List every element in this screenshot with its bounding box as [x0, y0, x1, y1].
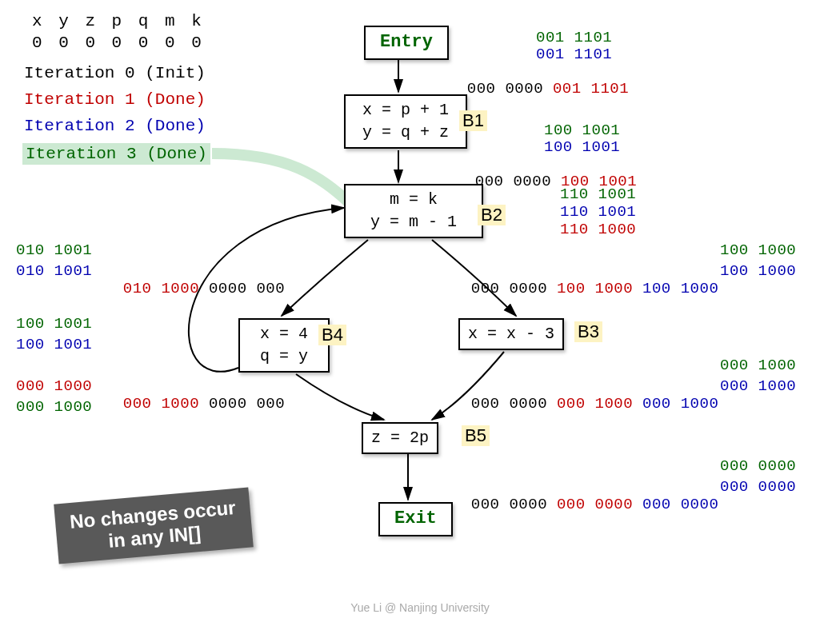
- bits-b3out-g: 000 1000: [720, 357, 796, 374]
- bits-b4out-g: 100 1001: [16, 315, 92, 333]
- b5-line1: z = 2p: [371, 427, 429, 449]
- label-b5: B5: [462, 425, 490, 446]
- footer-credit: Yue Li @ Nanjing University: [0, 601, 840, 614]
- bits-b3out-b: 000 1000: [720, 377, 796, 395]
- b4-line1: x = 4: [248, 323, 320, 345]
- b1-line1: x = p + 1: [354, 99, 458, 122]
- bits-b4in-g: 010 1001: [16, 241, 92, 259]
- b1-line2: y = q + z: [354, 122, 458, 144]
- b4-line2: q = y: [248, 345, 320, 368]
- bits-exit-full: 000 0000 000 0000 000 0000: [452, 478, 718, 513]
- iter1: Iteration 1 (Done): [24, 90, 206, 109]
- bits-entry-full: 000 0000 001 1101: [448, 62, 629, 98]
- bits-b4out-b: 100 1001: [16, 336, 92, 353]
- block-b5: z = 2p: [362, 422, 438, 454]
- label-b2: B2: [478, 205, 506, 225]
- iter3: Iteration 3 (Done): [22, 143, 210, 165]
- bits-exit-b: 000 0000: [720, 478, 796, 496]
- iter0: Iteration 0 (Init): [24, 64, 206, 82]
- b3-line1: x = x - 3: [468, 323, 554, 345]
- callout-no-changes: No changes occurin any IN[]: [54, 488, 254, 564]
- block-b4: x = 4 q = y: [238, 318, 330, 373]
- vars-init: 0 0 0 0 0 0 0: [32, 34, 205, 52]
- block-b3: x = x - 3: [458, 318, 564, 350]
- bits-b3out-full: 000 0000 000 1000 000 1000: [452, 377, 718, 413]
- bits-b2out-r: 110 1000: [560, 221, 636, 238]
- label-b1: B1: [459, 110, 487, 131]
- bits-b4in-full: 010 1000 0000 000: [104, 262, 285, 297]
- bits-b4out-last: 000 1000: [16, 398, 92, 416]
- bits-b2out-b: 110 1001: [560, 203, 636, 221]
- bits-b3in-full: 000 0000 100 1000 100 1000: [452, 262, 718, 297]
- bits-entry-g: 001 1101: [536, 29, 612, 46]
- label-b3: B3: [574, 321, 602, 342]
- exit-node: Exit: [378, 502, 453, 536]
- bits-b4out-r1: 000 1000: [16, 377, 92, 395]
- block-b1: x = p + 1 y = q + z: [344, 94, 467, 149]
- bits-b1out-b: 100 1001: [544, 138, 620, 156]
- bits-b3in-g: 100 1000: [720, 241, 796, 259]
- bits-b1out-g: 100 1001: [544, 122, 620, 139]
- vars-header: x y z p q m k: [32, 12, 205, 30]
- entry-node: Entry: [364, 26, 449, 60]
- b2-line2: y = m - 1: [354, 211, 474, 233]
- bits-b2out-g: 110 1001: [560, 185, 636, 203]
- b2-line1: m = k: [354, 189, 474, 211]
- bits-b4out-full: 000 1000 0000 000: [104, 377, 285, 413]
- block-b2: m = k y = m - 1: [344, 184, 483, 238]
- bits-b4in-b: 010 1001: [16, 262, 92, 280]
- bits-entry-b: 001 1101: [536, 46, 612, 63]
- iter2: Iteration 2 (Done): [24, 117, 206, 135]
- bits-exit-g: 000 0000: [720, 457, 796, 475]
- label-b4: B4: [318, 325, 346, 345]
- bits-b3in-b: 100 1000: [720, 262, 796, 280]
